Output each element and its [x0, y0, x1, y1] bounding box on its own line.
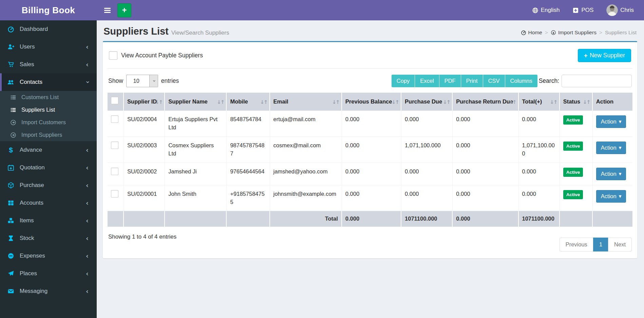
chevron-left-icon: ‹: [86, 164, 89, 171]
new-supplier-button[interactable]: + New Supplier: [578, 49, 631, 62]
excel-export-button[interactable]: Excel: [415, 75, 439, 87]
sidebar-item-label: Items: [20, 217, 34, 224]
copy-export-button[interactable]: Copy: [392, 75, 415, 87]
grid-icon: [7, 200, 15, 206]
sidebar-item-contacts[interactable]: Contacts‹Customers ListSuppliers ListImp…: [0, 73, 97, 141]
status-badge: Active: [563, 168, 583, 177]
column-header-supplier-name[interactable]: Supplier Name↓↑: [165, 93, 227, 111]
sidebar-toggle-button[interactable]: [102, 5, 113, 16]
sidebar-item-sales[interactable]: Sales‹: [0, 56, 97, 73]
cell-supplier-id: SU/02/0002: [124, 163, 165, 185]
pdf-export-button[interactable]: PDF: [439, 75, 461, 87]
top-navbar: Billing Book + English POS: [0, 0, 644, 20]
row-action-button[interactable]: Action▼: [596, 190, 626, 203]
sidebar-item-places[interactable]: Places‹: [0, 265, 97, 282]
sidebar-subitem-label: Import Suppliers: [21, 132, 62, 138]
page-number-button[interactable]: 1: [593, 238, 608, 251]
breadcrumb-item-home[interactable]: Home: [521, 30, 542, 36]
select-all-checkbox[interactable]: [111, 97, 118, 104]
columns-export-button[interactable]: Columns: [505, 75, 537, 87]
cubes-icon: [7, 217, 15, 224]
cell-supplier-name: John Smith: [165, 185, 227, 211]
column-header-status[interactable]: Status↓↑: [560, 93, 593, 111]
breadcrumb-separator: >: [596, 30, 605, 36]
row-checkbox[interactable]: [111, 115, 118, 123]
row-action-button[interactable]: Action▼: [596, 115, 626, 128]
sidebar-item-stock[interactable]: Stock‹: [0, 229, 97, 247]
csv-export-button[interactable]: CSV: [483, 75, 505, 87]
plus-icon: +: [584, 52, 588, 59]
cell-email: jamshed@yahoo.com: [270, 163, 342, 185]
view-payble-suppliers-checkbox[interactable]: View Account Payble Suppliers: [109, 51, 203, 60]
column-header-supplier-id[interactable]: Supplier ID↓↑: [124, 93, 165, 111]
checkbox-icon: [109, 51, 117, 60]
next-page-button[interactable]: Next: [608, 238, 632, 251]
app-title: Billing Book: [22, 5, 75, 16]
chevron-left-icon: ‹: [86, 288, 89, 295]
calendar-plus-icon: [7, 164, 15, 171]
column-header-purchase-due[interactable]: Purchase Due↓↑: [401, 93, 453, 111]
sidebar-item-items[interactable]: Items‹: [0, 212, 97, 229]
sidebar-item-advance[interactable]: $Advance‹: [0, 141, 97, 159]
previous-page-button[interactable]: Previous: [560, 238, 593, 251]
cell-purchase-due: 0.000: [401, 111, 453, 137]
suppliers-table: Supplier ID↓↑Supplier Name↓↑Mobile↓↑Emai…: [108, 93, 632, 227]
column-header-mobile[interactable]: Mobile↓↑: [227, 93, 270, 111]
caret-down-icon: ▼: [619, 172, 622, 176]
table-row: SU/02/0002Jamshed Ji97654644564jamshed@y…: [108, 163, 632, 185]
sidebar-item-dashboard[interactable]: Dashboard: [0, 20, 97, 38]
status-badge: Active: [563, 190, 583, 200]
cell-supplier-id: SU/02/0003: [124, 137, 165, 163]
app-logo[interactable]: Billing Book: [0, 0, 97, 20]
user-plus-icon: [7, 43, 15, 50]
cell-email: cosmex@mail.com: [270, 137, 342, 163]
sidebar-item-label: Dashboard: [20, 26, 48, 33]
chevron-left-icon: ‹: [86, 270, 89, 277]
breadcrumb-item-suppliers-list: Suppliers List: [605, 30, 637, 36]
language-icon: [532, 7, 538, 14]
sidebar-item-quotation[interactable]: Quotation‹: [0, 159, 97, 176]
cell-previous-balance: 0.000: [342, 163, 401, 185]
row-action-button[interactable]: Action▼: [596, 168, 626, 180]
sidebar-item-accounts[interactable]: Accounts‹: [0, 194, 97, 212]
row-action-button[interactable]: Action▼: [596, 142, 626, 154]
sidebar-item-purchase[interactable]: Purchase‹: [0, 176, 97, 194]
print-export-button[interactable]: Print: [461, 75, 483, 87]
cell-mobile: 97654644564: [227, 163, 270, 185]
sidebar-item-users[interactable]: Users‹: [0, 38, 97, 56]
cell-status: Active: [560, 163, 593, 185]
total-purchase-return-due: 0.000: [453, 211, 518, 227]
sidebar-subitem-import-suppliers[interactable]: Import Suppliers: [0, 129, 97, 141]
content-area: Suppliers ListView/Search Suppliers Home…: [97, 20, 644, 318]
page-length-select[interactable]: 10 ‹: [126, 75, 158, 87]
import-circle-icon: [551, 30, 556, 35]
language-menu[interactable]: English: [532, 7, 560, 14]
cell-total-plus: 0.000: [519, 185, 560, 211]
breadcrumb-separator: >: [542, 30, 551, 36]
column-header-purchase-return-due[interactable]: Purchase Return Due↓↑: [453, 93, 518, 111]
column-header-previous-balance[interactable]: Previous Balance↓↑: [342, 93, 401, 111]
user-menu[interactable]: Chris: [606, 4, 634, 16]
sidebar-subitem-suppliers-list[interactable]: Suppliers List: [0, 104, 97, 116]
sidebar-subitem-import-customers[interactable]: Import Customers: [0, 116, 97, 129]
sidebar-item-expenses[interactable]: Expenses‹: [0, 247, 97, 265]
row-checkbox[interactable]: [111, 168, 118, 175]
sidebar-subitem-customers-list[interactable]: Customers List: [0, 91, 97, 104]
hamburger-icon: [104, 8, 111, 9]
pos-button[interactable]: POS: [572, 7, 593, 14]
row-checkbox[interactable]: [111, 190, 118, 198]
row-checkbox[interactable]: [111, 142, 118, 149]
cell-total-plus: 0.000: [519, 163, 560, 185]
breadcrumb-item-import-suppliers[interactable]: Import Suppliers: [551, 30, 596, 36]
sort-icon: ↓↑: [155, 99, 162, 106]
column-header-email[interactable]: Email↓↑: [270, 93, 342, 111]
sidebar-item-messaging[interactable]: Messaging‹: [0, 282, 97, 300]
list-icon: [9, 107, 17, 113]
table-row: SU/02/0001John Smith+91857584755johnsmit…: [108, 185, 632, 211]
sort-icon: ↓↑: [332, 99, 339, 106]
sidebar: DashboardUsers‹Sales‹Contacts‹Customers …: [0, 20, 97, 318]
column-header-total-plus[interactable]: Total(+)↓↑: [519, 93, 560, 111]
search-input[interactable]: [562, 75, 632, 87]
show-label: Show: [108, 77, 123, 85]
quick-add-button[interactable]: +: [117, 3, 131, 17]
